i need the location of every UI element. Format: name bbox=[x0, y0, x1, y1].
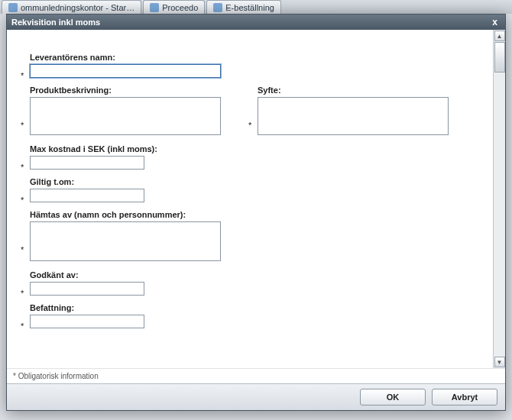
close-icon[interactable]: x bbox=[489, 17, 501, 27]
giltig-label: Giltig t.om: bbox=[30, 177, 470, 186]
modal-title: Rekvisition inkl moms bbox=[11, 18, 100, 27]
cancel-button[interactable]: Avbryt bbox=[432, 389, 497, 405]
maxkostnad-input[interactable] bbox=[30, 156, 144, 170]
required-marker: * bbox=[21, 245, 24, 254]
syfte-label: Syfte: bbox=[258, 86, 470, 95]
browser-tab[interactable]: Proceedo bbox=[143, 0, 205, 14]
required-info-note: * Obligatorisk information bbox=[7, 368, 505, 383]
required-marker: * bbox=[21, 289, 24, 298]
befattning-input[interactable] bbox=[30, 315, 144, 328]
tab-favicon bbox=[8, 3, 18, 12]
giltig-input[interactable] bbox=[30, 189, 144, 202]
tab-favicon bbox=[150, 3, 159, 12]
browser-tabs: ommunledningskontor - Star… Proceedo E-b… bbox=[0, 0, 512, 14]
required-marker: * bbox=[21, 195, 24, 205]
scroll-down-icon[interactable]: ▼ bbox=[494, 357, 505, 367]
leverantor-input[interactable] bbox=[30, 64, 221, 78]
browser-tab[interactable]: ommunledningskontor - Star… bbox=[2, 0, 141, 14]
syfte-input[interactable] bbox=[258, 97, 449, 135]
godkant-input[interactable] bbox=[30, 282, 144, 296]
button-bar: OK Avbryt bbox=[7, 383, 505, 410]
browser-tab[interactable]: E-beställning bbox=[206, 0, 281, 14]
scrollbar[interactable]: ▲ ▼ bbox=[493, 30, 505, 368]
godkant-label: Godkänt av: bbox=[30, 270, 470, 279]
hamtas-input[interactable] bbox=[30, 221, 221, 261]
tab-label: E-beställning bbox=[225, 3, 274, 12]
required-marker: * bbox=[248, 121, 251, 130]
maxkostnad-label: Max kostnad i SEK (inkl moms): bbox=[30, 144, 470, 153]
modal-body: * Leverantörens namn: * Produktbeskrivni… bbox=[7, 30, 493, 368]
produktbeskrivning-label: Produktbeskrivning: bbox=[30, 86, 242, 95]
produktbeskrivning-input[interactable] bbox=[30, 97, 221, 135]
modal-titlebar: Rekvisition inkl moms x bbox=[7, 15, 505, 30]
hamtas-label: Hämtas av (namn och personnummer): bbox=[30, 210, 470, 219]
modal-dialog: Rekvisition inkl moms x * Leverantörens … bbox=[6, 14, 506, 411]
scroll-up-icon[interactable]: ▲ bbox=[494, 31, 505, 41]
tab-favicon bbox=[213, 3, 222, 12]
befattning-label: Befattning: bbox=[30, 303, 470, 312]
tab-label: Proceedo bbox=[162, 3, 198, 12]
scroll-thumb[interactable] bbox=[494, 42, 505, 73]
tab-label: ommunledningskontor - Star… bbox=[21, 3, 134, 12]
ok-button[interactable]: OK bbox=[360, 389, 426, 405]
required-marker: * bbox=[21, 71, 24, 80]
leverantor-label: Leverantörens namn: bbox=[30, 53, 470, 62]
required-marker: * bbox=[21, 163, 24, 172]
required-marker: * bbox=[21, 321, 24, 331]
required-marker: * bbox=[21, 121, 24, 130]
